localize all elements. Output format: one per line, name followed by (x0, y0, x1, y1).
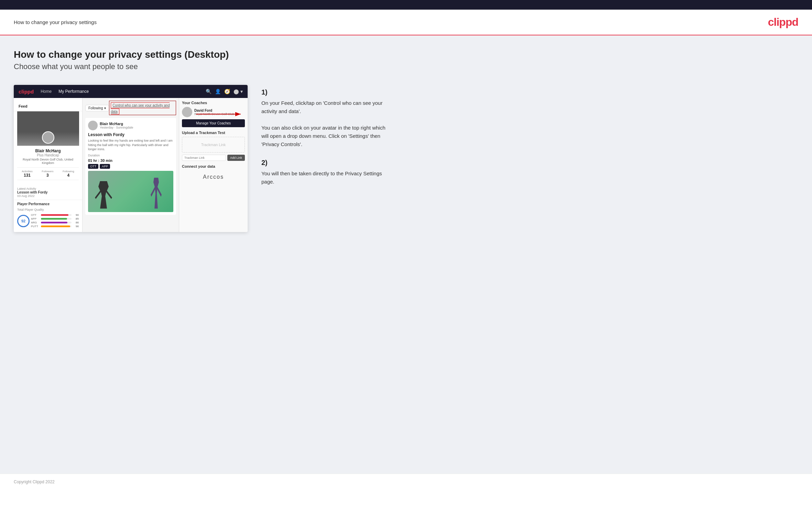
page-heading: How to change your privacy settings (Des… (14, 49, 798, 60)
profile-stats: Activities 131 Followers 3 Following 4 (17, 167, 79, 180)
app-nav-right: 🔍 👤 🧭 ⬤ ▾ (206, 89, 243, 94)
logo: clippd (768, 16, 798, 29)
coaches-title: Your Coaches (182, 101, 245, 105)
instruction-text-2: You will then be taken directly to the P… (261, 169, 392, 186)
app-logo: clippd (19, 89, 34, 95)
instruction-num-1: 1) (261, 88, 798, 96)
nav-home[interactable]: Home (41, 89, 52, 94)
latest-activity: Latest Activity Lesson with Fordy 03 Aug… (14, 185, 82, 200)
activity-card: Blair McHarg Yesterday · Sunningdale Les… (85, 118, 176, 215)
coach-row: David Ford Royal North Devon Golf Club (182, 107, 245, 117)
app-body: Feed Blair McHarg Plus Handicap Royal No… (14, 98, 248, 232)
page-subheading: Choose what you want people to see (14, 62, 798, 71)
activity-tags: OTT APP (88, 164, 173, 169)
activity-image (88, 171, 173, 212)
tag-app: APP (100, 164, 110, 169)
coach-avatar (182, 107, 192, 117)
connect-title: Connect your data (182, 164, 245, 168)
activity-user-info: Blair McHarg Yesterday · Sunningdale (100, 122, 133, 129)
connect-section: Connect your data Arccos (182, 164, 245, 184)
trackman-input-row: Add Link (182, 155, 245, 161)
copyright: Copyright Clippd 2022 (14, 480, 55, 484)
trackman-placeholder: Trackman Link (182, 137, 245, 153)
control-link-box: Control who can see your activity and da… (109, 101, 176, 115)
quality-row: 92 OTT 90 APP (17, 213, 79, 229)
bar-arg: ARG 86 (31, 221, 79, 224)
top-bar (0, 0, 812, 10)
activity-desc: Looking to feel like my hands are exitin… (88, 139, 173, 152)
profile-avatar (42, 131, 54, 144)
search-icon[interactable]: 🔍 (206, 89, 212, 94)
trackman-input[interactable] (182, 155, 226, 161)
activity-avatar (88, 121, 98, 130)
latest-title: Lesson with Fordy (17, 190, 79, 194)
arccos-logo: Arccos (182, 170, 245, 184)
activity-title: Lesson with Fordy (88, 132, 173, 137)
coach-info: David Ford Royal North Devon Golf Club (194, 109, 234, 116)
coaches-section: Your Coaches David Ford Royal North Devo… (182, 101, 245, 127)
trackman-section: Upload a Trackman Test Trackman Link Add… (182, 131, 245, 161)
bar-ott: OTT 90 (31, 213, 79, 217)
profile-name: Blair McHarg (17, 148, 79, 153)
profile-info: Blair McHarg Plus Handicap Royal North D… (14, 146, 82, 185)
stat-followers: Followers 3 (42, 170, 53, 178)
app-sidebar: Feed Blair McHarg Plus Handicap Royal No… (14, 98, 83, 232)
instruction-1: 1) On your Feed, click/tap on 'Control w… (261, 88, 798, 148)
app-navbar: clippd Home My Performance 🔍 👤 🧭 ⬤ ▾ (14, 85, 248, 98)
coach-name: David Ford (194, 109, 234, 112)
following-btn[interactable]: Following ▾ (85, 105, 109, 111)
instruction-num-2: 2) (261, 159, 798, 167)
control-link[interactable]: Control who can see your activity and da… (111, 102, 170, 114)
person-icon[interactable]: 👤 (215, 89, 221, 94)
instruction-text-1: On your Feed, click/tap on 'Control who … (261, 99, 392, 148)
main-content: How to change your privacy settings (Des… (0, 35, 812, 474)
stat-activities: Activities 131 (22, 170, 33, 178)
profile-club: Royal North Devon Golf Club, United King… (17, 158, 79, 165)
instructions: 1) On your Feed, click/tap on 'Control w… (261, 85, 798, 196)
activity-header: Blair McHarg Yesterday · Sunningdale (88, 121, 173, 130)
quality-score: 92 (17, 215, 30, 227)
profile-level: Plus Handicap (17, 153, 79, 157)
footer: Copyright Clippd 2022 (0, 474, 812, 490)
golfer-silhouette-1 (95, 181, 112, 209)
player-performance: Player Performance Total Player Quality … (14, 200, 82, 232)
bar-app: APP 85 (31, 217, 79, 220)
add-link-btn[interactable]: Add Link (227, 155, 245, 161)
app-right-panel: Your Coaches David Ford Royal North Devo… (179, 98, 248, 232)
header: How to change your privacy settings clip… (0, 10, 812, 35)
tag-ott: OTT (88, 164, 98, 169)
perf-title: Player Performance (17, 202, 79, 206)
trackman-title: Upload a Trackman Test (182, 131, 245, 135)
app-feed: Following ▾ Control who can see your act… (83, 98, 179, 232)
nav-my-performance[interactable]: My Performance (58, 89, 89, 94)
coach-club: Royal North Devon Golf Club (194, 112, 234, 116)
header-title: How to change your privacy settings (14, 19, 97, 25)
avatar-icon[interactable]: ⬤ ▾ (234, 89, 243, 94)
demo-and-instructions: clippd Home My Performance 🔍 👤 🧭 ⬤ ▾ Fee… (14, 85, 798, 232)
quality-bars: OTT 90 APP (31, 213, 79, 229)
latest-date: 03 Aug 2022 (17, 194, 79, 198)
manage-coaches-btn[interactable]: Manage Your Coaches (182, 119, 245, 127)
feed-header: Following ▾ Control who can see your act… (85, 101, 176, 115)
stat-following: Following 4 (63, 170, 74, 178)
perf-quality: Total Player Quality (17, 208, 79, 211)
activity-time: 01 hr : 30 min (88, 158, 173, 163)
demo-window: clippd Home My Performance 🔍 👤 🧭 ⬤ ▾ Fee… (14, 85, 248, 232)
activity-user: Blair McHarg (100, 122, 133, 126)
bar-putt: PUTT 96 (31, 225, 79, 228)
activity-meta: Yesterday · Sunningdale (100, 126, 133, 129)
golfer-silhouette-2 (149, 178, 163, 209)
compass-icon[interactable]: 🧭 (224, 89, 230, 94)
latest-label: Latest Activity (17, 187, 79, 190)
instruction-2: 2) You will then be taken directly to th… (261, 159, 798, 186)
sidebar-feed-tab[interactable]: Feed (14, 101, 82, 111)
activity-duration: Duration (88, 154, 173, 157)
profile-image (17, 111, 79, 146)
